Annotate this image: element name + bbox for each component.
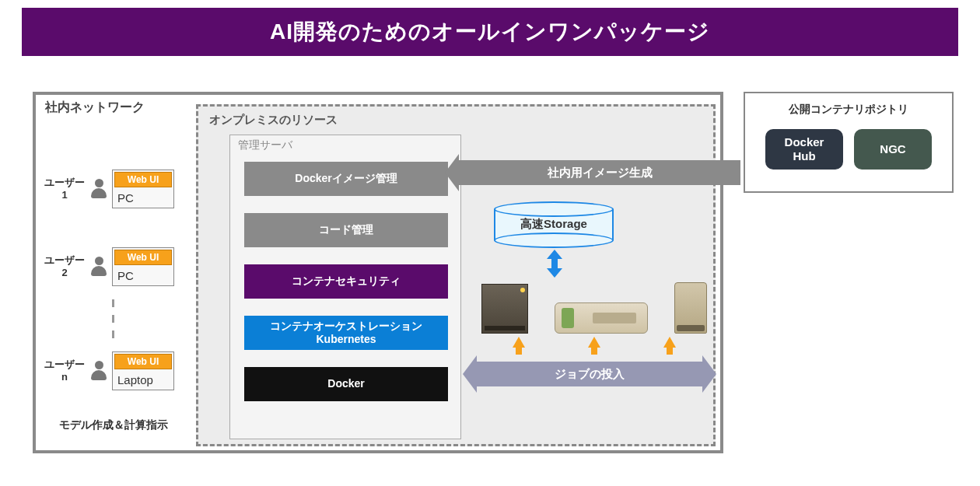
internal-network-label: 社内ネットワーク xyxy=(45,100,145,116)
person-icon xyxy=(90,179,107,199)
user-row: ユーザー1 Web UI PC xyxy=(44,170,174,208)
on-premise-label: オンプレミスのリソース xyxy=(209,113,338,128)
device-box: Web UI PC xyxy=(112,247,174,286)
double-arrow-vertical-icon xyxy=(547,250,562,278)
arrow-up-icon xyxy=(513,337,525,348)
arrow-up-icon xyxy=(588,337,600,348)
compute-servers xyxy=(481,276,707,334)
docker-hub-chip: DockerHub xyxy=(765,129,843,170)
image-generation-label: 社内用イメージ生成 xyxy=(548,166,653,180)
job-submit-label: ジョブの投入 xyxy=(555,367,625,382)
stack-docker: Docker xyxy=(244,367,448,401)
public-repo-title: 公開コンテナリポジトリ xyxy=(745,103,952,117)
public-repo-box: 公開コンテナリポジトリ DockerHub NGC xyxy=(744,92,954,193)
user-row: ユーザー2 Web UI PC xyxy=(44,247,174,286)
user-label: ユーザー2 xyxy=(44,254,86,278)
device-box: Web UI Laptop xyxy=(112,351,174,390)
user-row: ユーザーn Web UI Laptop xyxy=(44,351,174,390)
internal-network-box: 社内ネットワーク ユーザー1 Web UI PC ユーザー2 Web UI PC… xyxy=(33,92,723,453)
stack-kubernetes: コンテナオーケストレーションKubernetes xyxy=(244,316,448,350)
device-name: Laptop xyxy=(113,371,173,390)
management-server-label: 管理サーバ xyxy=(238,138,292,152)
server-icon xyxy=(674,282,707,334)
ngc-chip: NGC xyxy=(854,129,932,170)
web-ui-tag: Web UI xyxy=(114,354,172,369)
device-name: PC xyxy=(113,189,173,208)
user-label: ユーザーn xyxy=(44,358,86,383)
job-arrows-group xyxy=(481,337,707,348)
web-ui-tag: Web UI xyxy=(114,250,172,265)
page-title: AI開発のためのオールインワンパッケージ xyxy=(22,8,958,56)
storage-cylinder: 高速Storage xyxy=(494,203,614,246)
device-box: Web UI PC xyxy=(112,170,174,208)
management-server-box: 管理サーバ Dockerイメージ管理 コード管理 コンテナセキュリティ コンテナ… xyxy=(229,135,461,439)
server-icon xyxy=(481,284,528,334)
image-generation-arrow: 社内用イメージ生成 xyxy=(459,160,740,185)
web-ui-tag: Web UI xyxy=(114,172,172,187)
users-caption: モデル作成＆計算指示 xyxy=(59,418,168,432)
stack-container-security: コンテナセキュリティ xyxy=(244,264,448,299)
job-submit-arrow: ジョブの投入 xyxy=(477,362,702,386)
arrow-up-icon xyxy=(663,337,676,348)
user-label: ユーザー1 xyxy=(44,177,86,201)
storage-label: 高速Storage xyxy=(494,217,614,232)
management-stack: Dockerイメージ管理 コード管理 コンテナセキュリティ コンテナオーケストレ… xyxy=(244,162,448,401)
stack-docker-image-mgmt: Dockerイメージ管理 xyxy=(244,162,448,196)
server-icon xyxy=(555,302,648,334)
ellipsis-icon xyxy=(110,295,115,342)
person-icon xyxy=(90,257,107,277)
person-icon xyxy=(90,361,107,381)
device-name: PC xyxy=(113,267,173,285)
stack-code-mgmt: コード管理 xyxy=(244,213,448,247)
